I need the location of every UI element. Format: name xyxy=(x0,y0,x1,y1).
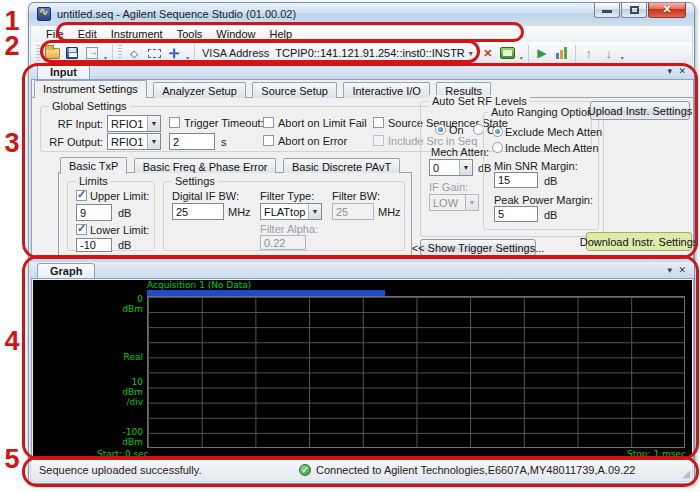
toolbar-overflow-1[interactable]: ▾ xyxy=(102,44,109,63)
digital-if-bw-label: Digital IF BW: xyxy=(172,190,239,202)
if-gain-select: LOW▼ xyxy=(429,194,479,211)
maximize-button[interactable] xyxy=(621,3,647,18)
save-file-button[interactable] xyxy=(62,44,82,63)
toolbar-overflow-2[interactable]: ▾ xyxy=(184,44,191,63)
menu-window[interactable]: Window xyxy=(209,27,262,41)
disconnect-button[interactable]: ✕ xyxy=(478,44,498,63)
digital-if-bw-input[interactable] xyxy=(172,203,224,220)
limits-title: Limits xyxy=(76,175,111,187)
filter-type-select[interactable]: FLATtop▼ xyxy=(260,203,322,220)
annotation-number-4: 4 xyxy=(1,326,23,357)
app-icon xyxy=(37,7,51,21)
lower-limit-input[interactable] xyxy=(76,238,112,252)
include-src-checkbox xyxy=(373,135,384,146)
rf-output-select[interactable]: RFIO1▼ xyxy=(107,133,161,150)
annotation-number-2: 2 xyxy=(1,31,23,62)
toolbar-overflow-4[interactable]: ▾ xyxy=(619,44,626,63)
pan-button[interactable]: ✛ xyxy=(164,44,184,63)
digital-if-bw-unit: MHz xyxy=(228,206,251,218)
trigger-timeout-input[interactable] xyxy=(169,133,215,150)
minimize-button[interactable] xyxy=(594,3,620,18)
toolbar-overflow-3[interactable]: ▾ xyxy=(518,44,525,63)
abort-limit-checkbox[interactable] xyxy=(263,117,274,128)
tab-source-setup[interactable]: Source Setup xyxy=(252,82,337,98)
connection-status: ✓ Connected to Agilent Technologies,E660… xyxy=(299,464,635,476)
filter-bw-input xyxy=(332,203,374,220)
resize-grip[interactable]: ◢ xyxy=(682,468,690,479)
maximize-icon xyxy=(630,6,639,14)
show-trigger-settings-button[interactable]: << Show Trigger Settings... xyxy=(420,239,536,256)
panel-close-icon[interactable]: ✕ xyxy=(678,265,686,275)
panel-pin-icon[interactable]: ▾ xyxy=(667,265,672,275)
upper-limit-checkbox[interactable] xyxy=(76,190,87,201)
status-bar: Sequence uploaded successfully. ✓ Connec… xyxy=(31,459,692,481)
upper-limit-input[interactable] xyxy=(76,204,112,221)
menu-file[interactable]: File xyxy=(39,27,71,41)
download-button-toolbar[interactable]: ↓ xyxy=(599,44,619,63)
tab-instrument-settings[interactable]: Instrument Settings xyxy=(34,80,147,98)
toolbar: ▾ ◇ ✛ ▾ VISA Address TCPIP0::141.121.91.… xyxy=(31,42,692,65)
marker-button[interactable]: ◇ xyxy=(124,44,144,63)
y-axis-scale-label: 10dBm/div xyxy=(99,377,143,407)
results-chart-button[interactable] xyxy=(552,44,572,63)
disconnect-icon: ✕ xyxy=(483,47,492,60)
download-instr-settings-button[interactable]: Download Instr. Settings xyxy=(586,232,692,251)
rf-on-radio[interactable] xyxy=(435,124,446,135)
include-mech-atten-radio[interactable] xyxy=(492,142,503,153)
zoom-select-button[interactable] xyxy=(144,44,164,63)
menu-instrument[interactable]: Instrument xyxy=(104,27,170,41)
toolbar-separator xyxy=(528,45,529,62)
mech-atten-select[interactable]: 0▼ xyxy=(429,159,473,176)
trigger-timeout-checkbox[interactable] xyxy=(169,117,180,128)
menu-edit[interactable]: Edit xyxy=(71,27,104,41)
tab-basic-discrete-pavt[interactable]: Basic Discrete PAvT xyxy=(283,158,400,174)
tab-basic-freq-phase[interactable]: Basic Freq & Phase Error xyxy=(134,158,277,174)
exclude-mech-atten-radio[interactable] xyxy=(492,126,503,137)
menu-help[interactable]: Help xyxy=(262,27,299,41)
toolbar-separator xyxy=(194,45,195,62)
connection-status-text: Connected to Agilent Technologies,E6607A… xyxy=(316,464,635,476)
upload-instr-settings-button[interactable]: Upload Instr. Settings xyxy=(590,101,690,120)
input-tabstrip: Instrument Settings Analyzer Setup Sourc… xyxy=(32,80,693,98)
filter-bw-unit: MHz xyxy=(378,206,401,218)
instrument-screen-button[interactable] xyxy=(498,44,518,63)
measurement-tab-control: Basic TxP Basic Freq & Phase Error Basic… xyxy=(58,156,412,256)
lower-limit-checkbox[interactable] xyxy=(76,224,87,235)
peak-power-input[interactable] xyxy=(494,206,538,222)
basic-txp-page: Limits Upper Limit: dB Lower Limit: dB xyxy=(58,173,412,256)
y-axis-real-label: Real xyxy=(99,352,143,362)
up-arrow-icon: ↑ xyxy=(586,46,593,61)
visa-dropdown-icon[interactable]: ▾ xyxy=(469,49,473,58)
export-button[interactable] xyxy=(82,44,102,63)
open-file-button[interactable] xyxy=(42,44,62,63)
title-bar: untitled.seq - Agilent Sequence Studio (… xyxy=(29,3,694,26)
graph-panel-tab[interactable]: Graph xyxy=(37,263,95,278)
panel-close-icon[interactable]: ✕ xyxy=(678,66,686,76)
visa-address-value[interactable]: TCPIP0::141.121.91.254::inst0::INSTR xyxy=(275,47,465,59)
input-panel-tab[interactable]: Input xyxy=(37,64,90,79)
rf-input-select[interactable]: RFIO1▼ xyxy=(107,115,161,132)
min-snr-input[interactable] xyxy=(494,172,538,188)
run-sequence-button[interactable]: ▶ xyxy=(532,44,552,63)
tab-interactive-io[interactable]: Interactive I/O xyxy=(343,82,429,98)
minimize-icon xyxy=(602,10,612,13)
source-sequencer-checkbox[interactable] xyxy=(373,117,384,128)
app-window: untitled.seq - Agilent Sequence Studio (… xyxy=(28,2,695,484)
panel-pin-icon[interactable]: ▾ xyxy=(667,66,672,76)
lower-limit-unit: dB xyxy=(118,239,131,251)
auto-ranging-title: Auto Ranging Options xyxy=(488,106,602,118)
annotation-number-3: 3 xyxy=(1,128,23,159)
chevron-down-icon: ▼ xyxy=(147,116,160,131)
down-arrow-icon: ↓ xyxy=(606,46,613,61)
upload-button-toolbar[interactable]: ↑ xyxy=(579,44,599,63)
close-icon: ✕ xyxy=(649,3,685,16)
exclude-mech-atten-label: Exclude Mech Atten xyxy=(505,126,602,138)
tab-basic-txp[interactable]: Basic TxP xyxy=(60,157,127,174)
graph-plot-area[interactable]: Acquisition 1 (No Data) 0dBm Real 10dBm/… xyxy=(33,280,692,457)
menu-tools[interactable]: Tools xyxy=(170,27,210,41)
tab-analyzer-setup[interactable]: Analyzer Setup xyxy=(153,82,246,98)
visa-address-label: VISA Address xyxy=(202,47,269,59)
abort-error-checkbox[interactable] xyxy=(263,135,274,146)
close-button[interactable]: ✕ xyxy=(648,3,686,18)
min-snr-unit: dB xyxy=(544,175,557,187)
